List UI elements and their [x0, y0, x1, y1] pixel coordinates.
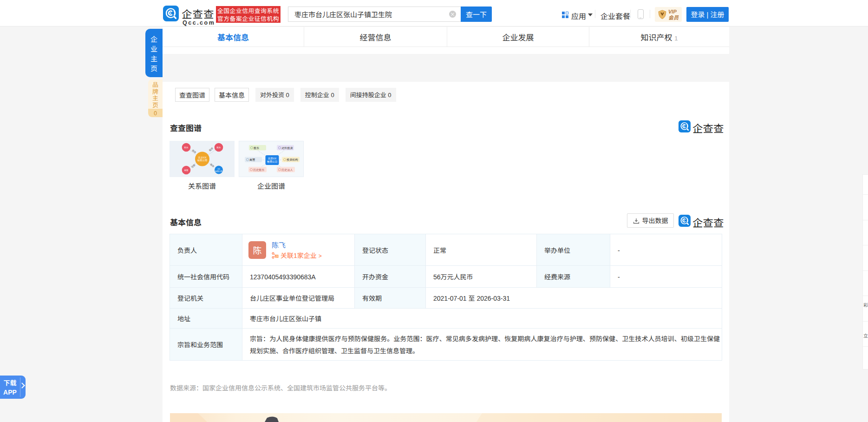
- svg-text:有限公司: 有限公司: [267, 160, 277, 164]
- svg-text:对外投资: 对外投资: [281, 146, 293, 150]
- svg-text:高管: 高管: [184, 169, 189, 171]
- svg-text:投资: 投资: [191, 148, 197, 154]
- svg-text:投资机构: 投资机构: [287, 158, 298, 162]
- svg-text:历史股东: 历史股东: [253, 168, 265, 172]
- svg-text:股东: 股东: [254, 146, 259, 150]
- svg-text:历史法人: 历史法人: [281, 168, 293, 172]
- svg-text:股东: 股东: [184, 146, 189, 149]
- svg-text:企: 企: [276, 254, 279, 258]
- svg-text:股东: 股东: [217, 146, 221, 149]
- svg-text:有限公司: 有限公司: [215, 170, 222, 172]
- svg-text:高管: 高管: [249, 158, 255, 162]
- svg-text:投资: 投资: [208, 146, 214, 152]
- svg-text:任职: 任职: [190, 163, 196, 169]
- svg-text:有限公司: 有限公司: [197, 158, 208, 162]
